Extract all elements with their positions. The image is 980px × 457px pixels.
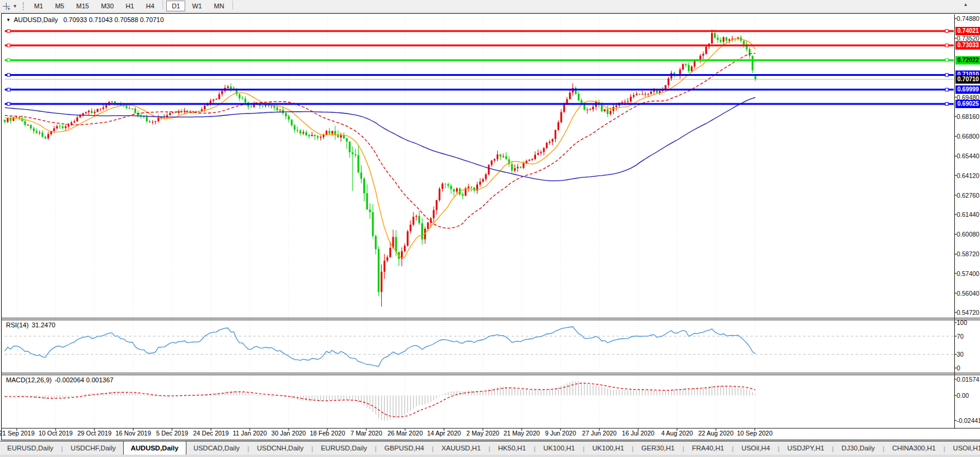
date-label[interactable]: 7 Mar 2020 [345,430,388,437]
level-price-label[interactable]: 0.72022 [956,56,980,65]
candle-body [210,101,212,103]
macd-histogram-bar [60,395,60,398]
macd-histogram-bar [158,395,158,397]
chart-tab-audusd-daily[interactable]: AUDUSD,Daily [123,441,186,455]
date-label[interactable]: 14 Apr 2020 [422,430,466,437]
level-price-label[interactable]: 0.69999 [956,85,980,94]
date-label[interactable]: 11 Jan 2020 [228,430,271,437]
candle-body [717,38,719,40]
candle-body [604,109,605,111]
macd-histogram-bar [231,391,231,395]
level-price-label[interactable]: 0.73033 [956,41,980,50]
macd-histogram-bar [378,395,379,418]
macd-histogram-bar [726,386,727,395]
chart-tab-eurusd-daily[interactable]: EURUSD,Daily [314,442,374,455]
date-label[interactable]: 22 Aug 2020 [694,430,737,437]
date-label[interactable]: 10 Sep 2020 [733,430,776,437]
candle-body [462,194,464,195]
chart-tab-usdchf-daily[interactable]: USDCHF,Daily [63,442,122,455]
chart-tab-gbpusd-h4[interactable]: GBPUSD,H4 [377,442,431,455]
macd-histogram-bar [538,390,538,395]
rsi-tick-label: 30 [957,351,964,358]
rsi-line [5,327,755,366]
chart-tab-china300-h1[interactable]: CHINA300,H1 [885,442,943,455]
chart-tab-usdcnh-daily[interactable]: USDCNH,Daily [250,442,311,455]
candle-body [53,128,55,131]
macd-histogram-bar [242,392,243,395]
macd-histogram-bar [408,395,408,413]
date-label[interactable]: 16 Nov 2019 [112,430,155,437]
price-tick-label: 0.65440 [957,152,979,160]
price-chart-canvas[interactable] [0,0,980,457]
macd-histogram-bar [613,389,614,395]
candle-body [581,100,583,103]
macd-histogram-bar [62,395,63,398]
macd-histogram-bar [323,395,324,401]
date-label[interactable]: 24 Dec 2019 [189,430,232,437]
candle-body [143,116,145,117]
level-price-label[interactable]: 0.69025 [956,100,980,108]
candle-body [172,112,174,113]
date-label[interactable]: 21 May 2020 [500,430,543,437]
chart-tab-uk100-h1[interactable]: UK100,H1 [585,442,631,455]
macd-histogram-bar [24,395,25,397]
macd-histogram-bar [262,395,263,396]
chart-tab-dj30-daily[interactable]: DJ30,Daily [834,442,882,455]
level-price-label[interactable]: 0.74021 [956,27,980,35]
rsi-tick-label: 70 [957,333,964,340]
chart-tab-usoil-h4[interactable]: USOil,H4 [734,442,777,455]
macd-histogram-bar [749,390,750,395]
date-label[interactable]: 29 Oct 2019 [73,430,116,437]
candle-body [152,122,154,122]
chart-tab-eurusd-daily[interactable]: EURUSD,Daily [0,442,60,455]
candle-body [468,186,470,188]
date-label[interactable]: 18 Feb 2020 [306,430,349,437]
chart-tab-hk50-h1[interactable]: HK50,H1 [491,442,534,455]
candle-body [433,210,434,218]
macd-histogram-bar [396,395,396,418]
chart-menu-icon[interactable]: ▼ [6,17,11,23]
candle-body [511,164,513,171]
candle-body [346,138,348,142]
chart-tab-usdcad-daily[interactable]: USDCAD,Daily [186,442,247,455]
candle-body [415,216,417,216]
macd-histogram-bar [45,395,45,399]
macd-histogram-bar [575,381,576,395]
chart-tab-ger30-h1[interactable]: GER30,H1 [634,442,682,455]
macd-histogram-bar [648,390,648,395]
chart-tab-fra40-h1[interactable]: FRA40,H1 [685,442,731,455]
candle-body [569,93,571,99]
chart-tab-usdjpy-h1[interactable]: USDJPY,H1 [780,442,832,455]
date-label[interactable]: 4 Aug 2020 [656,430,699,437]
date-label[interactable]: 2 May 2020 [461,430,504,437]
macd-histogram-bar [463,391,463,395]
date-label[interactable]: 21 Sep 2019 [0,430,38,437]
candle-body [627,102,629,102]
candle-body [241,99,243,99]
macd-histogram-bar [697,388,698,395]
macd-histogram-bar [71,395,72,397]
macd-histogram-bar [341,395,341,400]
macd-histogram-bar [350,395,350,400]
chart-tab-uk100-h1[interactable]: UK100,H1 [536,442,582,455]
candle-body [705,47,707,54]
rsi-tick-label: 0 [957,364,960,372]
chart-tab-xauusd-h1[interactable]: XAUUSD,H1 [434,442,488,455]
candle-body [285,113,287,116]
date-label[interactable]: 30 Jan 2020 [267,430,310,437]
candle-body [387,257,388,260]
level-handle [945,29,948,32]
date-label[interactable]: 9 Jun 2020 [539,430,582,437]
candle-body [44,137,46,139]
date-label[interactable]: 27 Jun 2020 [578,430,621,437]
date-label[interactable]: 16 Jul 2020 [617,430,660,437]
candle-body [308,135,310,136]
chart-tab-usoil-h1[interactable]: USOil,H1 [946,442,980,455]
date-label[interactable]: 5 Dec 2019 [151,430,194,437]
candle-body [558,122,559,130]
macd-histogram-bar [723,385,724,395]
candle-body [128,108,130,109]
date-label[interactable]: 26 Mar 2020 [384,430,427,437]
date-label[interactable]: 10 Oct 2019 [34,430,77,437]
candle-body [204,106,206,109]
